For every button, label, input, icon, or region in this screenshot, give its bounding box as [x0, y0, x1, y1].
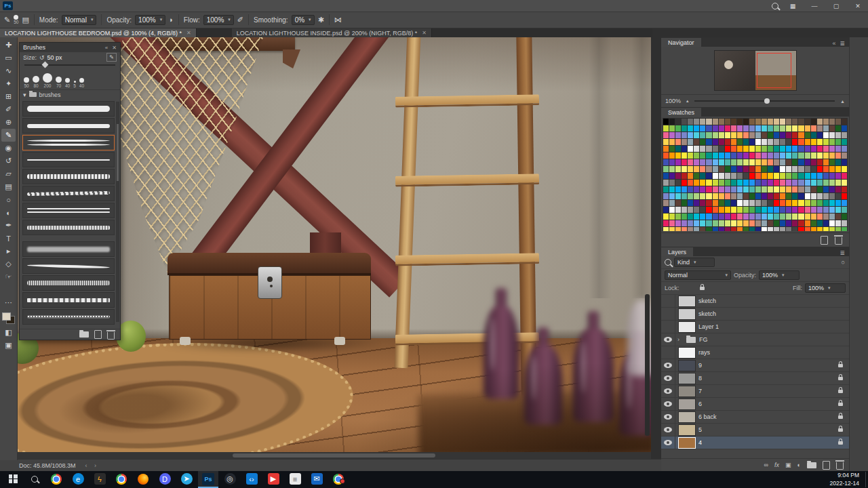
swatch[interactable] — [768, 125, 773, 131]
swatch[interactable] — [719, 146, 724, 152]
swatch[interactable] — [817, 200, 823, 206]
swatch[interactable] — [719, 166, 724, 172]
mode-select[interactable]: Normal▾ — [62, 15, 97, 25]
swatch[interactable] — [725, 146, 730, 152]
swatch[interactable] — [675, 214, 681, 220]
layer-row[interactable]: › sketch — [661, 295, 849, 308]
swatch[interactable] — [688, 152, 693, 159]
new-swatch-icon[interactable] — [821, 236, 828, 245]
swatch[interactable] — [713, 227, 718, 231]
discord-icon[interactable]: D — [155, 471, 175, 488]
swatch[interactable] — [755, 180, 761, 186]
swatch[interactable] — [737, 214, 743, 220]
layer-thumbnail[interactable] — [679, 412, 695, 422]
swatch[interactable] — [737, 159, 743, 165]
smoothing-select[interactable]: 0%▾ — [292, 15, 315, 25]
document-tab[interactable]: LOCATION LIGHTHOUSE INSIDE.psd @ 200% (N… — [232, 28, 432, 37]
swatch[interactable] — [768, 139, 773, 145]
swatch[interactable] — [700, 166, 705, 172]
swatch[interactable] — [786, 200, 791, 206]
swatch[interactable] — [688, 180, 693, 186]
swatch[interactable] — [786, 139, 791, 145]
swatch[interactable] — [743, 166, 749, 172]
layer-name[interactable]: 7 — [698, 388, 702, 394]
zoom-slider-thumb[interactable] — [764, 98, 770, 104]
swatch[interactable] — [798, 132, 804, 138]
swatch[interactable] — [663, 146, 669, 152]
layer-row[interactable]: › 7 — [661, 385, 849, 398]
firefox-icon[interactable] — [133, 471, 153, 488]
swatch[interactable] — [731, 139, 736, 145]
swatch[interactable] — [774, 152, 779, 159]
brush-preset[interactable]: 80 — [33, 76, 39, 88]
zoom-slider[interactable] — [694, 100, 835, 102]
swatch[interactable] — [749, 125, 755, 131]
swatch[interactable] — [694, 227, 699, 231]
swatch[interactable] — [798, 119, 804, 125]
swatch[interactable] — [737, 152, 743, 159]
swatch[interactable] — [682, 193, 687, 199]
swatch[interactable] — [768, 173, 773, 179]
swatch[interactable] — [725, 227, 730, 231]
adjustment-layer-icon[interactable]: ◐ — [797, 462, 801, 468]
eyedropper-tool[interactable]: ✐ — [1, 103, 16, 116]
swatch[interactable] — [731, 214, 736, 220]
swatch[interactable] — [842, 119, 847, 125]
swatch[interactable] — [792, 193, 797, 199]
swatch[interactable] — [798, 200, 804, 206]
swatch[interactable] — [719, 125, 724, 131]
symmetry-icon[interactable]: ⋈ — [334, 16, 342, 24]
swatch[interactable] — [743, 125, 749, 131]
swatch[interactable] — [768, 166, 773, 172]
marquee-tool[interactable]: ▭ — [1, 52, 16, 64]
airbrush-icon[interactable]: ◗ — [169, 16, 174, 24]
swatch[interactable] — [842, 139, 847, 145]
swatch[interactable] — [755, 139, 761, 145]
swatch[interactable] — [669, 152, 675, 159]
swatch[interactable] — [768, 132, 773, 138]
eraser-tool[interactable]: ▱ — [1, 167, 16, 180]
swatch[interactable] — [731, 173, 736, 179]
swatch[interactable] — [755, 152, 761, 159]
swatch[interactable] — [737, 119, 743, 125]
swatch[interactable] — [780, 193, 785, 199]
swatch[interactable] — [675, 159, 681, 165]
swatch[interactable] — [811, 166, 816, 172]
swatch[interactable] — [755, 173, 761, 179]
swatch[interactable] — [682, 207, 687, 213]
swatch[interactable] — [719, 139, 724, 145]
swatch[interactable] — [762, 207, 767, 213]
swatch[interactable] — [749, 166, 755, 172]
swatch[interactable] — [798, 186, 804, 192]
swatch[interactable] — [811, 125, 816, 131]
tab-navigator[interactable]: Navigator — [661, 38, 701, 47]
swatch[interactable] — [694, 146, 699, 152]
swatch[interactable] — [688, 166, 693, 172]
swatch[interactable] — [688, 125, 693, 131]
swatch[interactable] — [755, 227, 761, 231]
swatch[interactable] — [688, 132, 693, 138]
swatch[interactable] — [755, 214, 761, 220]
swatch[interactable] — [829, 125, 835, 131]
swatch[interactable] — [694, 173, 699, 179]
panel-menu-icon[interactable]: ≣ — [840, 40, 845, 47]
swatch[interactable] — [719, 227, 724, 231]
swatch[interactable] — [700, 152, 705, 159]
swatch[interactable] — [805, 186, 810, 192]
blur-tool[interactable]: ○ — [1, 193, 16, 206]
swatch[interactable] — [805, 173, 810, 179]
swatch[interactable] — [823, 159, 829, 165]
swatch[interactable] — [762, 193, 767, 199]
swatch[interactable] — [731, 200, 736, 206]
brush-item[interactable] — [22, 101, 115, 117]
swatch[interactable] — [737, 227, 743, 231]
swatch[interactable] — [713, 193, 718, 199]
swatch[interactable] — [780, 159, 785, 165]
swatch[interactable] — [706, 186, 711, 192]
swatch[interactable] — [669, 207, 675, 213]
swatch[interactable] — [823, 132, 829, 138]
swatch[interactable] — [768, 180, 773, 186]
notepad-icon[interactable]: ≡ — [285, 471, 305, 488]
swatch[interactable] — [694, 159, 699, 165]
swatch[interactable] — [675, 186, 681, 192]
